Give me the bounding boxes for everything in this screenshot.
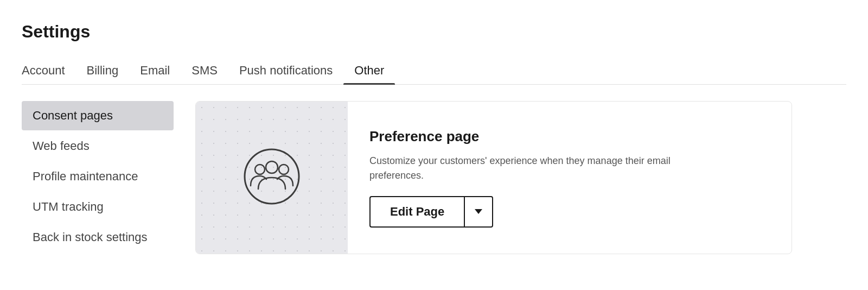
tabs-nav: Account Billing Email SMS Push notificat… — [22, 57, 846, 85]
content-area: Preference page Customize your customers… — [184, 101, 846, 254]
main-content: Consent pages Web feeds Profile maintena… — [22, 85, 846, 254]
tab-sms[interactable]: SMS — [181, 57, 228, 84]
edit-page-button[interactable]: Edit Page — [369, 196, 464, 228]
preference-page-card: Preference page Customize your customers… — [195, 101, 792, 254]
tab-email[interactable]: Email — [129, 57, 181, 84]
sidebar-item-profile-maintenance[interactable]: Profile maintenance — [22, 162, 174, 191]
page-title: Settings — [22, 22, 846, 42]
tab-push-notifications[interactable]: Push notifications — [228, 57, 343, 84]
edit-page-dropdown-button[interactable] — [464, 196, 493, 228]
card-body: Preference page Customize your customers… — [348, 102, 792, 254]
tab-billing[interactable]: Billing — [76, 57, 130, 84]
tab-account[interactable]: Account — [22, 57, 76, 84]
svg-point-0 — [245, 149, 299, 204]
sidebar: Consent pages Web feeds Profile maintena… — [22, 101, 184, 254]
tab-other[interactable]: Other — [343, 57, 395, 84]
card-description: Customize your customers' experience whe… — [369, 154, 695, 183]
card-title: Preference page — [369, 128, 770, 145]
sidebar-item-consent-pages[interactable]: Consent pages — [22, 101, 174, 130]
page-container: Settings Account Billing Email SMS Push … — [0, 0, 868, 254]
chevron-down-icon — [475, 209, 482, 214]
sidebar-item-utm-tracking[interactable]: UTM tracking — [22, 192, 174, 222]
sidebar-item-web-feeds[interactable]: Web feeds — [22, 131, 174, 161]
edit-button-group: Edit Page — [369, 196, 770, 228]
people-icon — [242, 147, 302, 209]
sidebar-item-back-in-stock[interactable]: Back in stock settings — [22, 223, 174, 252]
svg-point-2 — [279, 165, 289, 174]
svg-point-3 — [266, 161, 278, 173]
svg-point-1 — [255, 165, 265, 174]
card-image — [196, 102, 348, 254]
